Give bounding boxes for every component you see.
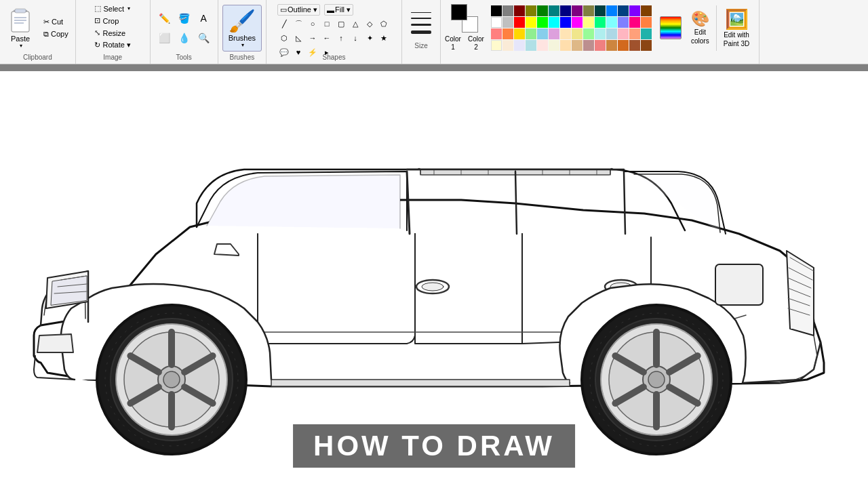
fill-button[interactable]: ▬ Fill ▾ bbox=[324, 4, 353, 16]
pd-6[interactable] bbox=[549, 40, 559, 51]
color-picker-tool[interactable]: 💧 bbox=[174, 28, 193, 47]
palette-orange[interactable] bbox=[641, 17, 652, 28]
palette-lightyellow[interactable] bbox=[583, 17, 594, 28]
palette-navy[interactable] bbox=[560, 5, 571, 16]
shape-rounded-rect[interactable]: ▢ bbox=[334, 17, 348, 30]
palette-brown[interactable] bbox=[641, 5, 652, 16]
brushes-button[interactable]: 🖌️ Brushes ▾ bbox=[222, 5, 262, 52]
paste-button[interactable]: Paste ▾ bbox=[4, 6, 37, 50]
pc-13[interactable] bbox=[629, 28, 640, 39]
palette-black[interactable] bbox=[491, 5, 502, 16]
rainbow-gradient[interactable] bbox=[660, 16, 682, 39]
text-tool[interactable]: A bbox=[194, 9, 213, 28]
pd-2[interactable] bbox=[502, 40, 513, 51]
eraser-tool[interactable]: ⬜ bbox=[155, 28, 174, 47]
pd-12[interactable] bbox=[618, 40, 629, 51]
palette-yellow[interactable] bbox=[526, 17, 536, 28]
pd-9[interactable] bbox=[583, 40, 594, 51]
color1-box[interactable] bbox=[451, 4, 467, 20]
shape-hex[interactable]: ⬡ bbox=[277, 31, 291, 45]
palette-gray[interactable] bbox=[502, 5, 513, 16]
pd-13[interactable] bbox=[629, 40, 640, 51]
palette-darkyellow[interactable] bbox=[583, 5, 594, 16]
palette-mint[interactable] bbox=[595, 17, 606, 28]
palette-hotpink[interactable] bbox=[629, 17, 640, 28]
palette-lime[interactable] bbox=[537, 17, 548, 28]
pc-6[interactable] bbox=[549, 28, 559, 39]
pencil-tool[interactable]: ✏️ bbox=[155, 9, 174, 28]
palette-silver[interactable] bbox=[502, 17, 513, 28]
shape-rect[interactable]: □ bbox=[320, 17, 334, 30]
palette-cyan[interactable] bbox=[549, 17, 559, 28]
pc-11[interactable] bbox=[606, 28, 617, 39]
edit-paint3d-button[interactable]: 🖼️ Edit withPaint 3D bbox=[716, 5, 755, 51]
pd-14[interactable] bbox=[641, 40, 652, 51]
shape-oval[interactable]: ○ bbox=[306, 17, 319, 30]
shape-arrow-left[interactable]: ← bbox=[320, 31, 334, 45]
pc-4[interactable] bbox=[526, 28, 536, 39]
palette-teal[interactable] bbox=[549, 5, 559, 16]
pd-10[interactable] bbox=[595, 40, 606, 51]
magnifier-tool[interactable]: 🔍 bbox=[194, 28, 213, 47]
palette-darkred[interactable] bbox=[514, 5, 525, 16]
pc-8[interactable] bbox=[572, 28, 583, 39]
shape-triangle[interactable]: △ bbox=[349, 17, 362, 30]
fill-icon: ▬ bbox=[327, 6, 334, 14]
palette-red[interactable] bbox=[514, 17, 525, 28]
shape-pentagon[interactable]: ⬠ bbox=[377, 17, 391, 30]
svg-rect-1 bbox=[12, 12, 29, 32]
pd-5[interactable] bbox=[537, 40, 548, 51]
shape-diamond[interactable]: ◇ bbox=[363, 17, 376, 30]
shape-arrow-right[interactable]: → bbox=[306, 31, 319, 45]
pd-11[interactable] bbox=[606, 40, 617, 51]
shape-star4[interactable]: ✦ bbox=[363, 31, 376, 45]
pc-1[interactable] bbox=[491, 28, 502, 39]
drawing-canvas[interactable]: HOW TO DRAW bbox=[0, 71, 868, 488]
palette-cornblue[interactable] bbox=[606, 5, 617, 16]
shape-line[interactable]: ╱ bbox=[277, 17, 291, 30]
edit-colors-button[interactable]: 🎨 Editcolors bbox=[687, 7, 713, 48]
pd-8[interactable] bbox=[572, 40, 583, 51]
palette-olive[interactable] bbox=[526, 5, 536, 16]
pd-7[interactable] bbox=[560, 40, 571, 51]
palette-darkgreen[interactable] bbox=[537, 5, 548, 16]
shape-star5[interactable]: ★ bbox=[377, 31, 391, 45]
image-group: ⬚ Select ▾ ⊡ Crop ⤡ Resize ↻ Rotate ▾ Im… bbox=[76, 0, 151, 64]
shape-right-tri[interactable]: ◺ bbox=[292, 31, 305, 45]
cut-button[interactable]: ✂ Cut bbox=[41, 16, 71, 28]
select-button[interactable]: ⬚ Select ▾ bbox=[92, 3, 133, 14]
crop-button[interactable]: ⊡ Crop bbox=[92, 15, 133, 26]
outline-button[interactable]: ▭ Outline ▾ bbox=[277, 4, 320, 16]
pc-12[interactable] bbox=[618, 28, 629, 39]
resize-button[interactable]: ⤡ Resize bbox=[92, 27, 133, 39]
size-icon[interactable] bbox=[408, 6, 435, 40]
palette-white[interactable] bbox=[491, 17, 502, 28]
copy-button[interactable]: ⧉ Copy bbox=[41, 28, 71, 40]
shape-arrow-up[interactable]: ↑ bbox=[334, 31, 348, 45]
edit-colors-icon: 🎨 bbox=[691, 10, 709, 28]
shape-arrow-down[interactable]: ↓ bbox=[349, 31, 362, 45]
palette-darkblue2[interactable] bbox=[618, 5, 629, 16]
active-colors: Color1 Color2 bbox=[445, 4, 484, 52]
pd-3[interactable] bbox=[514, 40, 525, 51]
shape-curve[interactable]: ⌒ bbox=[292, 17, 305, 30]
pc-5[interactable] bbox=[537, 28, 548, 39]
pc-3[interactable] bbox=[514, 28, 525, 39]
pd-1[interactable] bbox=[491, 40, 502, 51]
palette-purple[interactable] bbox=[572, 5, 583, 16]
pc-14[interactable] bbox=[641, 28, 652, 39]
palette-darkteal2[interactable] bbox=[595, 5, 606, 16]
pc-9[interactable] bbox=[583, 28, 594, 39]
fill-tool[interactable]: 🪣 bbox=[174, 9, 193, 28]
rotate-button[interactable]: ↻ Rotate ▾ bbox=[92, 39, 133, 51]
palette-violet[interactable] bbox=[629, 5, 640, 16]
palette-magenta[interactable] bbox=[572, 17, 583, 28]
palette-lightblue2[interactable] bbox=[618, 17, 629, 28]
copy-icon: ⧉ bbox=[43, 30, 49, 39]
pc-10[interactable] bbox=[595, 28, 606, 39]
pd-4[interactable] bbox=[526, 40, 536, 51]
pc-2[interactable] bbox=[502, 28, 513, 39]
pc-7[interactable] bbox=[560, 28, 571, 39]
palette-blue[interactable] bbox=[560, 17, 571, 28]
palette-lightcyan[interactable] bbox=[606, 17, 617, 28]
